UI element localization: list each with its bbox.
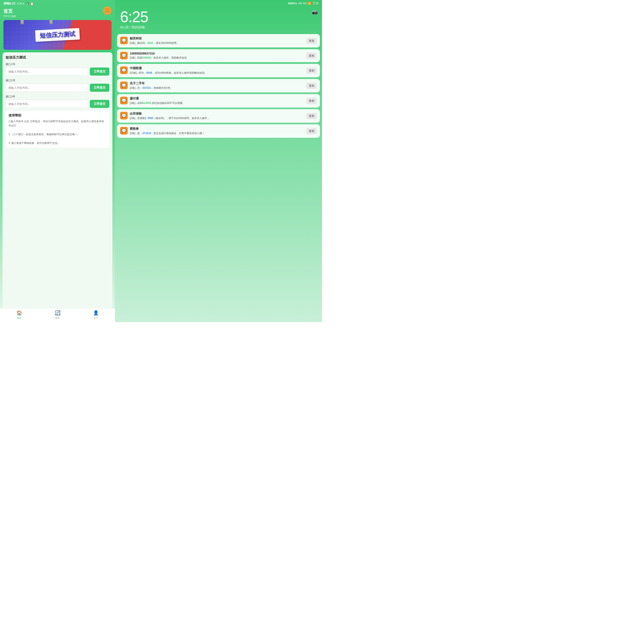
home-icon: 🏠: [16, 310, 22, 316]
nav-label-more: 更多: [55, 316, 60, 319]
notif-app-icon: 💬: [120, 52, 128, 59]
lock-status-bar: 402K/s HD 5G 📶 🔋35: [115, 0, 322, 7]
notif-app-icon: 💬: [120, 97, 128, 104]
copy-button[interactable]: 复制: [306, 67, 317, 74]
lock-time: 6:25: [120, 9, 317, 24]
notification-card: 💬106909208637310[3条]...码是645660。如非本人操作，请…: [117, 49, 320, 62]
copy-button[interactable]: 复制: [306, 53, 317, 59]
notif-body: 众安保险[2条]...安保险】0583（验证码），请于10分钟内填写。如非本人操…: [130, 112, 304, 120]
clip-left: [20, 20, 24, 24]
speed-display: 6.2K/s: [17, 2, 24, 5]
submit-btn-3[interactable]: 立即提交: [90, 100, 109, 108]
avatar[interactable]: 🍔: [103, 6, 112, 15]
right-panel: 402K/s HD 5G 📶 🔋35 6:25 04.28 / 周四傍晚 📷 💬…: [115, 0, 322, 322]
submit-btn-1[interactable]: 立即提交: [90, 67, 109, 76]
more-icon: 🔄: [55, 310, 60, 316]
main-content: 短信压力测试 接口1号 立即提交 接口2号 立即提交 接口3号 立即提交: [3, 52, 112, 308]
notification-card: 💬盛付通[3条]...证码614059,切记短信验证码不可以泄露。复制: [117, 94, 320, 107]
notif-sender: 鲸灵科技: [130, 37, 304, 40]
interface-block-2: 接口2号 立即提交: [6, 79, 109, 92]
help-line-1: 1.输入手机号 点击 立即提交，等待几秒即可开始短信压力测试，如需停止请结束本软…: [9, 119, 106, 128]
header-left: 首页 home page: [0, 7, 115, 20]
interface-label-1: 接口1号: [6, 62, 109, 66]
notif-body: 图怪兽[2条]...是：471819，您正在进行身份验证，打死不要告诉别人哦！: [130, 127, 304, 135]
notif-sender: 瓜子二手车: [130, 81, 304, 85]
notif-body: 106909208637310[3条]...码是645660。如非本人操作，请忽…: [130, 52, 304, 60]
notification-card: 💬图怪兽[2条]...是：471819，您正在进行身份验证，打死不要告诉别人哦！…: [117, 124, 320, 138]
submit-btn-2[interactable]: 立即提交: [90, 84, 109, 92]
page-title: 首页: [3, 8, 112, 14]
nav-label-home: 首页: [17, 316, 21, 319]
lock-speed: 402K/s: [288, 2, 297, 5]
help-line-2: 2.（三个接口一起提交效果更佳，每隔60秒可以再次提交哦！）: [9, 132, 106, 136]
notif-message: [2条]...为：037331，有效期为5分钟。: [130, 86, 304, 90]
interface-block-1: 接口1号 立即提交: [6, 62, 109, 76]
camera-icon[interactable]: 📷: [312, 9, 318, 15]
notif-body: 中国联通[10条]...码为：8548，在5分钟内有效。如非本人操作请忽略此短信…: [130, 66, 304, 75]
phone-input-1[interactable]: [6, 67, 88, 76]
notification-card: 💬瓜子二手车[2条]...为：037331，有效期为5分钟。复制: [117, 79, 320, 92]
page-subtitle: home page: [3, 14, 112, 17]
help-title: 使用帮助: [9, 113, 106, 117]
input-row-1: 立即提交: [6, 67, 109, 76]
time-display: 傍晚6:33: [3, 2, 15, 6]
notif-message: [3条]...证码614059,切记短信验证码不可以泄露。: [130, 101, 304, 105]
notif-app-icon: 💬: [120, 66, 128, 74]
notif-app-icon: 💬: [120, 37, 128, 44]
notif-message: [10条]...码为：8548，在5分钟内有效。如非本人操作请忽略此短信。: [130, 71, 304, 75]
about-icon: 👤: [93, 310, 99, 316]
input-row-3: 立即提交: [6, 100, 109, 108]
bottom-nav: 🏠 首页 🔄 更多 👤 关于: [0, 308, 115, 322]
phone-input-3[interactable]: [6, 100, 88, 108]
notif-app-icon: 💬: [120, 81, 128, 89]
copy-button[interactable]: 复制: [306, 83, 317, 89]
lock-screen: 402K/s HD 5G 📶 🔋35 6:25 04.28 / 周四傍晚 📷 💬…: [115, 0, 322, 322]
copy-button[interactable]: 复制: [306, 98, 317, 104]
help-line-3: 3. 接口来源于网络收集，软件仅限用于交流...: [9, 141, 106, 145]
notif-message: [2条]...安保险】0583（验证码），请于10分钟内填写。如非本人操作...: [130, 116, 304, 120]
battery-icon: 🔋35: [312, 2, 319, 5]
notif-sender: 106909208637310: [130, 52, 304, 55]
help-section: 使用帮助 1.输入手机号 点击 立即提交，等待几秒即可开始短信压力测试，如需停止…: [6, 111, 109, 148]
banner-clips: [20, 20, 53, 24]
copy-button[interactable]: 复制: [306, 128, 317, 134]
status-bar-left: 傍晚6:33 6.2K/s 🐧 📋: [0, 0, 115, 7]
notif-message: [2条]...是：471819，您正在进行身份验证，打死不要告诉别人哦！: [130, 131, 304, 135]
notification-card: 💬中国联通[10条]...码为：8548，在5分钟内有效。如非本人操作请忽略此短…: [117, 64, 320, 77]
interface-label-2: 接口2号: [6, 79, 109, 82]
notif-sender: 图怪兽: [130, 127, 304, 131]
input-row-2: 立即提交: [6, 84, 109, 92]
notif-body: 瓜子二手车[2条]...为：037331，有效期为5分钟。: [130, 81, 304, 90]
phone-input-2[interactable]: [6, 84, 88, 92]
notif-body: 鲸灵科技[2条]...验证码：6023，请在30分钟内使用。: [130, 37, 304, 45]
notification-card: 💬众安保险[2条]...安保险】0583（验证码），请于10分钟内填写。如非本人…: [117, 109, 320, 123]
notif-app-icon: 💬: [120, 127, 128, 134]
lock-date: 04.28 / 周四傍晚: [120, 25, 317, 30]
notif-message: [3条]...码是645660。如非本人操作，请忽略本短信: [130, 56, 304, 60]
clip-right: [49, 20, 53, 24]
notif-app-icon: 💬: [120, 112, 128, 119]
section-title: 短信压力测试: [6, 55, 109, 60]
banner-text: 短信压力测试: [35, 28, 80, 42]
help-text: 1.输入手机号 点击 立即提交，等待几秒即可开始短信压力测试，如需停止请结束本软…: [9, 119, 106, 145]
nav-item-home[interactable]: 🏠 首页: [0, 310, 38, 319]
copy-button[interactable]: 复制: [306, 38, 317, 44]
notification-card: 💬鲸灵科技[2条]...验证码：6023，请在30分钟内使用。复制: [117, 34, 320, 47]
notifications-list: 💬鲸灵科技[2条]...验证码：6023，请在30分钟内使用。复制💬106909…: [115, 34, 322, 322]
notif-sender: 中国联通: [130, 66, 304, 70]
interface-block-3: 接口3号 立即提交: [6, 95, 109, 108]
nav-item-about[interactable]: 👤 关于: [77, 310, 115, 319]
notif-message: [2条]...验证码：6023，请在30分钟内使用。: [130, 41, 304, 45]
banner: 短信压力测试: [3, 20, 112, 50]
nav-item-more[interactable]: 🔄 更多: [38, 310, 77, 319]
copy-button[interactable]: 复制: [306, 113, 317, 119]
lock-time-area: 6:25 04.28 / 周四傍晚: [115, 7, 322, 34]
interface-label-3: 接口3号: [6, 95, 109, 99]
notif-sender: 盛付通: [130, 97, 304, 100]
nav-label-about: 关于: [93, 316, 98, 319]
notif-body: 盛付通[3条]...证码614059,切记短信验证码不可以泄露。: [130, 97, 304, 105]
status-icons: 🐧 📋: [26, 2, 34, 5]
notif-sender: 众安保险: [130, 112, 304, 116]
network-icon: HD 5G 📶: [298, 2, 311, 5]
left-panel: 傍晚6:33 6.2K/s 🐧 📋 首页 home page 🍔 短信压力测试 …: [0, 0, 115, 322]
